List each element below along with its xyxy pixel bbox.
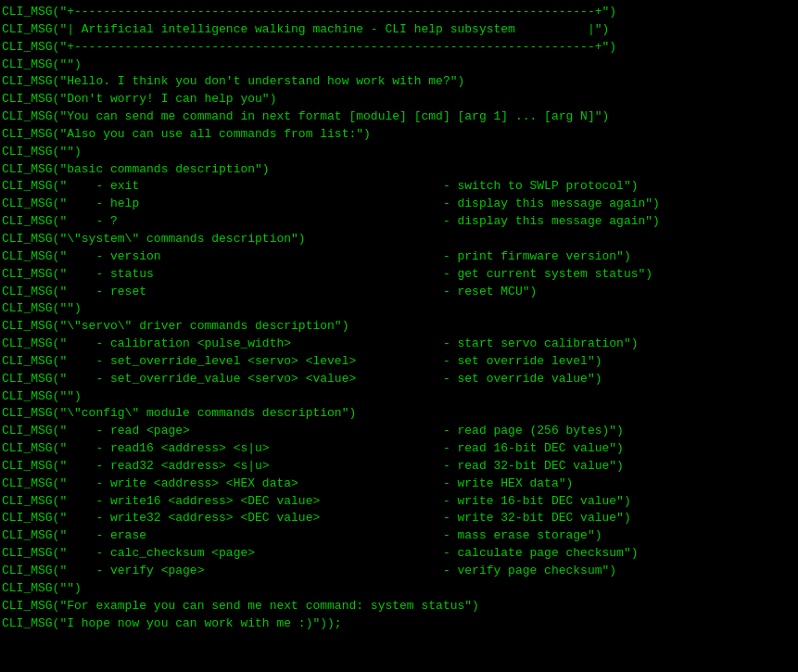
terminal-line: CLI_MSG("\"config\" module commands desc… bbox=[2, 405, 796, 423]
terminal-line: CLI_MSG("Hello. I think you don't unders… bbox=[2, 73, 796, 91]
terminal-line: CLI_MSG(" - ? - display this message aga… bbox=[2, 213, 796, 231]
terminal-line: CLI_MSG(" - read16 <address> <s|u> - rea… bbox=[2, 440, 796, 458]
terminal-line: CLI_MSG("\"servo\" driver commands descr… bbox=[2, 318, 796, 336]
terminal-line: CLI_MSG("") bbox=[2, 144, 796, 161]
terminal-line: CLI_MSG(" - erase - mass erase storage") bbox=[2, 527, 796, 545]
terminal-line: CLI_MSG("") bbox=[2, 57, 796, 74]
terminal-line: CLI_MSG(" - version - print firmware ver… bbox=[2, 248, 796, 266]
terminal-line: CLI_MSG(" - calc_checksum <page> - calcu… bbox=[2, 545, 796, 563]
terminal-line: CLI_MSG("") bbox=[2, 580, 796, 598]
terminal-line: CLI_MSG(" - write16 <address> <DEC value… bbox=[2, 493, 796, 511]
terminal-line: CLI_MSG("Also you can use all commands f… bbox=[2, 126, 796, 144]
terminal-line: CLI_MSG(" - verify <page> - verify page … bbox=[2, 563, 796, 580]
terminal-line: CLI_MSG("") bbox=[2, 300, 796, 318]
terminal-line: CLI_MSG(" - set_override_value <servo> <… bbox=[2, 371, 796, 388]
terminal-line: CLI_MSG(" - read32 <address> <s|u> - rea… bbox=[2, 458, 796, 475]
terminal-line: CLI_MSG("") bbox=[2, 388, 796, 406]
terminal-line: CLI_MSG(" - set_override_level <servo> <… bbox=[2, 353, 796, 371]
terminal-line: CLI_MSG("+------------------------------… bbox=[2, 4, 796, 21]
terminal-line: CLI_MSG(" - help - display this message … bbox=[2, 196, 796, 213]
terminal-line: CLI_MSG("+------------------------------… bbox=[2, 39, 796, 57]
terminal-line: CLI_MSG("Don't worry! I can help you") bbox=[2, 91, 796, 108]
terminal-line: CLI_MSG("I hope now you can work with me… bbox=[2, 615, 796, 633]
terminal-line: CLI_MSG("| Artificial intelligence walki… bbox=[2, 21, 796, 39]
terminal-line: CLI_MSG("For example you can send me nex… bbox=[2, 598, 796, 615]
terminal-line: CLI_MSG("\"system\" commands description… bbox=[2, 231, 796, 248]
terminal-line: CLI_MSG(" - reset - reset MCU") bbox=[2, 284, 796, 301]
terminal-line: CLI_MSG("basic commands description") bbox=[2, 161, 796, 179]
terminal-line: CLI_MSG(" - calibration <pulse_width> - … bbox=[2, 336, 796, 353]
terminal-line: CLI_MSG(" - write32 <address> <DEC value… bbox=[2, 510, 796, 527]
terminal-line: CLI_MSG(" - write <address> <HEX data> -… bbox=[2, 475, 796, 493]
terminal-line: CLI_MSG(" - status - get current system … bbox=[2, 266, 796, 284]
terminal-output: CLI_MSG("+------------------------------… bbox=[0, 0, 798, 636]
terminal-line: CLI_MSG(" - exit - switch to SWLP protoc… bbox=[2, 178, 796, 196]
terminal-line: CLI_MSG(" - read <page> - read page (256… bbox=[2, 423, 796, 440]
terminal-line: CLI_MSG("You can send me command in next… bbox=[2, 108, 796, 126]
